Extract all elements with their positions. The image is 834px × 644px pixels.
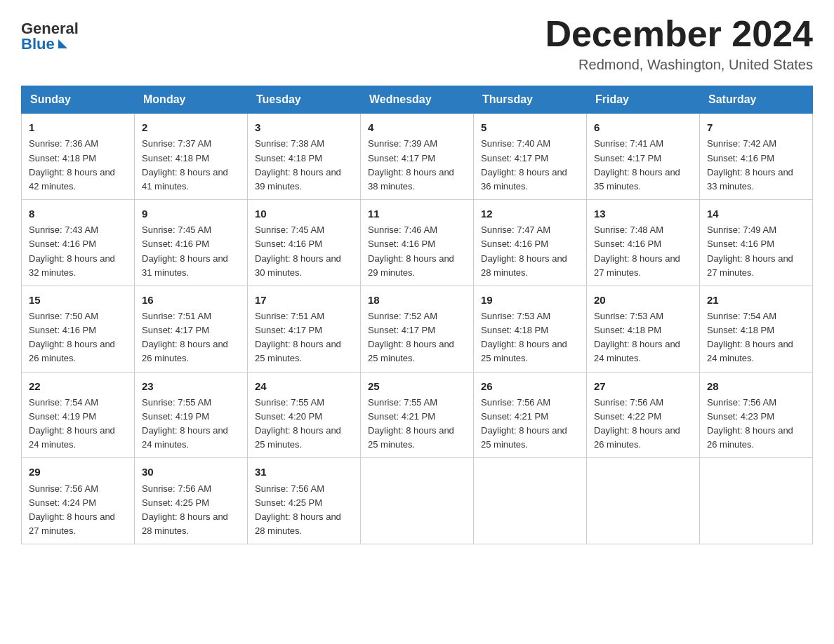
day-number: 11 (368, 206, 466, 222)
page-header: General Blue December 2024 Redmond, Wash… (21, 14, 813, 73)
day-info: Sunrise: 7:43 AMSunset: 4:16 PMDaylight:… (29, 223, 127, 280)
day-info: Sunrise: 7:56 AMSunset: 4:25 PMDaylight:… (255, 482, 353, 539)
column-header-wednesday: Wednesday (361, 86, 474, 114)
day-cell-27: 27Sunrise: 7:56 AMSunset: 4:22 PMDayligh… (587, 372, 700, 458)
day-info: Sunrise: 7:48 AMSunset: 4:16 PMDaylight:… (594, 223, 692, 280)
day-cell-11: 11Sunrise: 7:46 AMSunset: 4:16 PMDayligh… (361, 200, 474, 286)
day-info: Sunrise: 7:55 AMSunset: 4:20 PMDaylight:… (255, 396, 353, 452)
day-cell-31: 31Sunrise: 7:56 AMSunset: 4:25 PMDayligh… (248, 458, 361, 544)
day-info: Sunrise: 7:42 AMSunset: 4:16 PMDaylight:… (707, 137, 805, 194)
day-number: 30 (142, 464, 240, 480)
day-cell-4: 4Sunrise: 7:39 AMSunset: 4:17 PMDaylight… (361, 114, 474, 200)
day-number: 15 (29, 292, 127, 308)
day-cell-7: 7Sunrise: 7:42 AMSunset: 4:16 PMDaylight… (700, 114, 813, 200)
day-number: 3 (255, 119, 353, 135)
empty-cell (474, 458, 587, 544)
day-info: Sunrise: 7:55 AMSunset: 4:21 PMDaylight:… (368, 396, 466, 452)
day-info: Sunrise: 7:56 AMSunset: 4:25 PMDaylight:… (142, 482, 240, 539)
column-header-thursday: Thursday (474, 86, 587, 114)
day-number: 31 (255, 464, 353, 480)
day-number: 21 (707, 292, 805, 308)
day-cell-1: 1Sunrise: 7:36 AMSunset: 4:18 PMDaylight… (22, 114, 135, 200)
day-cell-19: 19Sunrise: 7:53 AMSunset: 4:18 PMDayligh… (474, 286, 587, 372)
day-number: 17 (255, 292, 353, 308)
day-cell-29: 29Sunrise: 7:56 AMSunset: 4:24 PMDayligh… (22, 458, 135, 544)
day-info: Sunrise: 7:51 AMSunset: 4:17 PMDaylight:… (142, 309, 240, 366)
day-cell-3: 3Sunrise: 7:38 AMSunset: 4:18 PMDaylight… (248, 114, 361, 200)
day-cell-25: 25Sunrise: 7:55 AMSunset: 4:21 PMDayligh… (361, 372, 474, 458)
day-info: Sunrise: 7:56 AMSunset: 4:23 PMDaylight:… (707, 396, 805, 452)
day-cell-5: 5Sunrise: 7:40 AMSunset: 4:17 PMDaylight… (474, 114, 587, 200)
day-number: 18 (368, 292, 466, 308)
day-cell-18: 18Sunrise: 7:52 AMSunset: 4:17 PMDayligh… (361, 286, 474, 372)
day-cell-23: 23Sunrise: 7:55 AMSunset: 4:19 PMDayligh… (135, 372, 248, 458)
day-number: 12 (481, 206, 579, 222)
day-cell-10: 10Sunrise: 7:45 AMSunset: 4:16 PMDayligh… (248, 200, 361, 286)
title-section: December 2024 Redmond, Washington, Unite… (545, 14, 813, 73)
day-number: 2 (142, 119, 240, 135)
day-info: Sunrise: 7:49 AMSunset: 4:16 PMDaylight:… (707, 223, 805, 280)
day-cell-6: 6Sunrise: 7:41 AMSunset: 4:17 PMDaylight… (587, 114, 700, 200)
day-number: 5 (481, 119, 579, 135)
day-number: 1 (29, 119, 127, 135)
day-cell-14: 14Sunrise: 7:49 AMSunset: 4:16 PMDayligh… (700, 200, 813, 286)
day-number: 7 (707, 119, 805, 135)
day-number: 6 (594, 119, 692, 135)
day-info: Sunrise: 7:52 AMSunset: 4:17 PMDaylight:… (368, 309, 466, 366)
day-info: Sunrise: 7:46 AMSunset: 4:16 PMDaylight:… (368, 223, 466, 280)
day-info: Sunrise: 7:56 AMSunset: 4:24 PMDaylight:… (29, 482, 127, 539)
day-info: Sunrise: 7:45 AMSunset: 4:16 PMDaylight:… (255, 223, 353, 280)
empty-cell (587, 458, 700, 544)
day-number: 20 (594, 292, 692, 308)
day-number: 4 (368, 119, 466, 135)
location-text: Redmond, Washington, United States (545, 57, 813, 73)
day-info: Sunrise: 7:53 AMSunset: 4:18 PMDaylight:… (594, 309, 692, 366)
logo-general: General (21, 21, 79, 36)
day-info: Sunrise: 7:41 AMSunset: 4:17 PMDaylight:… (594, 137, 692, 194)
day-number: 19 (481, 292, 579, 308)
month-title: December 2024 (545, 14, 813, 54)
day-info: Sunrise: 7:56 AMSunset: 4:22 PMDaylight:… (594, 396, 692, 452)
day-cell-20: 20Sunrise: 7:53 AMSunset: 4:18 PMDayligh… (587, 286, 700, 372)
day-info: Sunrise: 7:40 AMSunset: 4:17 PMDaylight:… (481, 137, 579, 194)
day-info: Sunrise: 7:56 AMSunset: 4:21 PMDaylight:… (481, 396, 579, 452)
day-number: 14 (707, 206, 805, 222)
empty-cell (361, 458, 474, 544)
week-row-4: 22Sunrise: 7:54 AMSunset: 4:19 PMDayligh… (22, 372, 813, 458)
day-number: 22 (29, 378, 127, 394)
day-number: 29 (29, 464, 127, 480)
day-info: Sunrise: 7:50 AMSunset: 4:16 PMDaylight:… (29, 309, 127, 366)
day-info: Sunrise: 7:54 AMSunset: 4:19 PMDaylight:… (29, 396, 127, 452)
day-cell-16: 16Sunrise: 7:51 AMSunset: 4:17 PMDayligh… (135, 286, 248, 372)
day-number: 26 (481, 378, 579, 394)
calendar-table: SundayMondayTuesdayWednesdayThursdayFrid… (21, 86, 813, 544)
day-info: Sunrise: 7:36 AMSunset: 4:18 PMDaylight:… (29, 137, 127, 194)
day-info: Sunrise: 7:55 AMSunset: 4:19 PMDaylight:… (142, 396, 240, 452)
day-number: 16 (142, 292, 240, 308)
day-info: Sunrise: 7:51 AMSunset: 4:17 PMDaylight:… (255, 309, 353, 366)
empty-cell (700, 458, 813, 544)
day-cell-12: 12Sunrise: 7:47 AMSunset: 4:16 PMDayligh… (474, 200, 587, 286)
day-cell-30: 30Sunrise: 7:56 AMSunset: 4:25 PMDayligh… (135, 458, 248, 544)
week-row-3: 15Sunrise: 7:50 AMSunset: 4:16 PMDayligh… (22, 286, 813, 372)
day-info: Sunrise: 7:37 AMSunset: 4:18 PMDaylight:… (142, 137, 240, 194)
day-number: 9 (142, 206, 240, 222)
week-row-1: 1Sunrise: 7:36 AMSunset: 4:18 PMDaylight… (22, 114, 813, 200)
day-number: 13 (594, 206, 692, 222)
day-info: Sunrise: 7:47 AMSunset: 4:16 PMDaylight:… (481, 223, 579, 280)
day-cell-21: 21Sunrise: 7:54 AMSunset: 4:18 PMDayligh… (700, 286, 813, 372)
week-row-5: 29Sunrise: 7:56 AMSunset: 4:24 PMDayligh… (22, 458, 813, 544)
day-cell-24: 24Sunrise: 7:55 AMSunset: 4:20 PMDayligh… (248, 372, 361, 458)
day-info: Sunrise: 7:54 AMSunset: 4:18 PMDaylight:… (707, 309, 805, 366)
day-cell-2: 2Sunrise: 7:37 AMSunset: 4:18 PMDaylight… (135, 114, 248, 200)
day-number: 8 (29, 206, 127, 222)
column-header-friday: Friday (587, 86, 700, 114)
day-info: Sunrise: 7:53 AMSunset: 4:18 PMDaylight:… (481, 309, 579, 366)
column-header-sunday: Sunday (22, 86, 135, 114)
column-header-monday: Monday (135, 86, 248, 114)
day-number: 25 (368, 378, 466, 394)
logo-blue: Blue (21, 36, 79, 52)
day-info: Sunrise: 7:38 AMSunset: 4:18 PMDaylight:… (255, 137, 353, 194)
column-header-saturday: Saturday (700, 86, 813, 114)
column-header-tuesday: Tuesday (248, 86, 361, 114)
